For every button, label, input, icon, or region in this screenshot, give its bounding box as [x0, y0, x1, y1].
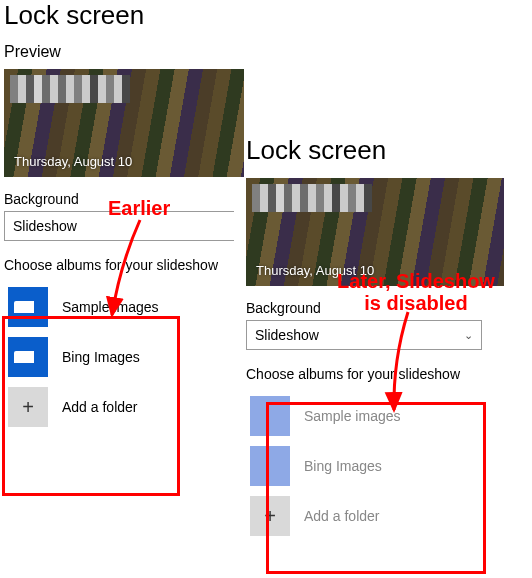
annotation-text-earlier: Earlier	[108, 197, 170, 219]
add-folder-button: + Add a folder	[250, 496, 522, 536]
album-name: Bing Images	[62, 349, 140, 365]
albums-label: Choose albums for your slideshow	[246, 366, 526, 382]
settings-panel-later: Lock screen Thursday, August 10 Backgrou…	[246, 135, 526, 542]
background-value: Slideshow	[255, 327, 319, 343]
preview-date: Thursday, August 10	[14, 154, 132, 169]
preview-heading: Preview	[4, 43, 249, 61]
page-title: Lock screen	[4, 0, 249, 31]
albums-list-enabled: Sample images Bing Images + Add a folder	[4, 281, 249, 433]
add-folder-button[interactable]: + Add a folder	[8, 387, 245, 427]
albums-label: Choose albums for your slideshow	[4, 257, 249, 273]
plus-icon: +	[8, 387, 48, 427]
album-item[interactable]: Bing Images	[8, 337, 245, 377]
albums-list-disabled: Sample images Bing Images + Add a folder	[246, 390, 526, 542]
album-item[interactable]: Sample images	[8, 287, 245, 327]
album-item: Bing Images	[250, 446, 522, 486]
lockscreen-preview: Thursday, August 10	[4, 69, 244, 177]
folder-icon	[8, 287, 48, 327]
background-dropdown[interactable]: Slideshow ⌄	[246, 320, 482, 350]
album-item: Sample images	[250, 396, 522, 436]
folder-icon	[250, 396, 290, 436]
add-folder-label: Add a folder	[304, 508, 380, 524]
plus-icon: +	[250, 496, 290, 536]
background-value: Slideshow	[13, 218, 77, 234]
page-title: Lock screen	[246, 135, 526, 166]
album-name: Sample images	[62, 299, 159, 315]
folder-icon	[250, 446, 290, 486]
folder-icon	[8, 337, 48, 377]
add-folder-label: Add a folder	[62, 399, 138, 415]
censored-region	[252, 184, 372, 212]
censored-region	[10, 75, 130, 103]
album-name: Bing Images	[304, 458, 382, 474]
annotation-text-later: Later, Slideshow is disabled	[336, 270, 496, 314]
album-name: Sample images	[304, 408, 401, 424]
chevron-down-icon: ⌄	[464, 329, 473, 342]
